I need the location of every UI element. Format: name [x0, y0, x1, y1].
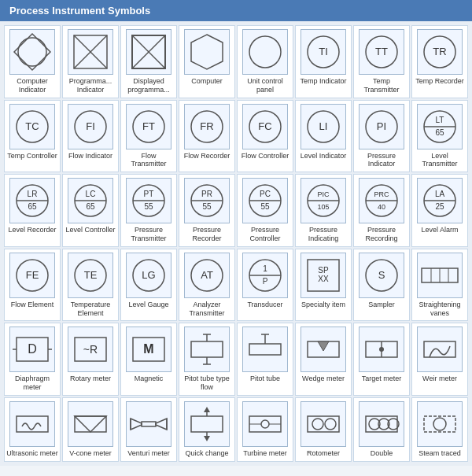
svg-text:AT: AT	[201, 269, 213, 281]
svg-text:PC: PC	[260, 190, 271, 198]
symbol-level-indicator: LI Level Indicator	[295, 100, 352, 173]
symbol-rotary-meter: ~R Rotary meter	[62, 323, 119, 396]
svg-text:LC: LC	[86, 190, 96, 198]
symbol-flow-element: FE Flow Element	[4, 249, 61, 322]
svg-text:LR: LR	[28, 190, 38, 198]
symbol-pressure-transmitter: PT 55 Pressure Transmitter	[120, 174, 177, 247]
svg-text:M: M	[143, 342, 153, 356]
svg-text:FT: FT	[142, 120, 155, 132]
svg-text:105: 105	[317, 203, 329, 211]
symbol-level-recorder: LR 65 Level Recorder	[4, 174, 61, 247]
svg-text:S: S	[378, 269, 385, 281]
svg-point-108	[379, 347, 384, 352]
svg-point-133	[433, 418, 446, 430]
svg-text:XX: XX	[318, 275, 329, 283]
svg-rect-109	[424, 341, 455, 357]
symbol-level-alarm: LA 25 Level Alarm	[411, 174, 468, 247]
symbol-unit-control-panel: Unit control panel	[237, 25, 293, 98]
svg-text:65: 65	[28, 202, 37, 211]
svg-text:SP: SP	[318, 266, 329, 275]
svg-text:PRC: PRC	[374, 190, 389, 198]
svg-rect-132	[424, 416, 455, 432]
symbol-weir-meter: Weir meter	[411, 323, 468, 396]
svg-point-10	[249, 36, 281, 68]
svg-marker-9	[191, 35, 223, 69]
symbol-double: Double	[353, 397, 410, 462]
symbol-temp-recorder: TR Temp Recorder	[411, 25, 468, 98]
svg-text:LG: LG	[142, 269, 155, 281]
symbol-sampler: S Sampler	[353, 249, 410, 322]
svg-text:25: 25	[435, 202, 444, 211]
symbol-v-cone-meter: V-cone meter	[62, 397, 119, 462]
symbol-transducer: 1 P Transducer	[237, 249, 293, 322]
svg-text:LI: LI	[319, 120, 328, 132]
svg-text:TR: TR	[433, 46, 446, 57]
svg-text:1: 1	[263, 264, 267, 273]
svg-marker-0	[14, 34, 50, 70]
svg-point-127	[325, 419, 336, 430]
symbol-computer: Computer	[179, 25, 235, 98]
svg-text:PI: PI	[377, 120, 386, 132]
svg-text:40: 40	[378, 203, 385, 211]
symbol-displayed-programmable: Displayed programma...	[120, 25, 177, 98]
svg-text:55: 55	[144, 202, 153, 211]
svg-marker-105	[318, 341, 329, 351]
svg-text:PIC: PIC	[317, 190, 330, 198]
symbol-diaphragm-meter: D Diaphragm meter	[4, 323, 61, 396]
symbol-pressure-recorder: PR 55 Pressure Recorder	[179, 174, 235, 247]
svg-rect-96	[191, 341, 223, 357]
symbol-temp-transmitter: TT Temp Transmitter	[353, 25, 410, 98]
symbol-temperature-element: TE Temperature Element	[62, 249, 119, 322]
symbol-straightening-vanes: Straightening vanes	[411, 249, 468, 322]
symbol-level-controller: LC 65 Level Controller	[62, 174, 119, 247]
svg-text:TI: TI	[319, 46, 328, 57]
svg-rect-115	[142, 422, 156, 426]
symbol-flow-recorder: FR Flow Recorder	[179, 100, 235, 173]
svg-text:65: 65	[86, 202, 95, 211]
symbol-pressure-indicating: PIC 105 Pressure Indicating	[295, 174, 352, 247]
svg-text:LT: LT	[436, 116, 444, 124]
svg-marker-118	[204, 407, 210, 412]
svg-marker-112	[75, 416, 106, 432]
svg-rect-101	[249, 344, 281, 355]
symbol-level-transmitter: LT 65 Level Transmitter	[411, 100, 468, 173]
symbol-flow-controller: FC Flow Controller	[237, 100, 293, 173]
svg-text:FI: FI	[86, 120, 95, 132]
svg-text:FR: FR	[200, 120, 213, 132]
symbol-rotometer: Rotometer	[295, 397, 352, 462]
symbol-quick-change: Quick change	[179, 397, 235, 462]
svg-text:65: 65	[435, 128, 444, 137]
svg-text:~R: ~R	[83, 343, 98, 356]
svg-text:TE: TE	[84, 269, 98, 281]
svg-text:FE: FE	[26, 269, 39, 281]
symbol-analyzer-transmitter: AT Analyzer Transmitter	[179, 249, 235, 322]
svg-marker-120	[204, 436, 210, 441]
svg-rect-111	[75, 416, 106, 432]
symbol-programmable-indicator: Programma... Indicator	[62, 25, 119, 98]
svg-text:TT: TT	[375, 46, 388, 57]
symbol-magnetic: M Magnetic	[120, 323, 177, 396]
svg-text:PR: PR	[201, 190, 212, 198]
symbol-steam-traced: Steam traced	[411, 397, 468, 462]
symbol-temp-controller: TC Temp Controller	[4, 100, 61, 173]
symbol-computer-indicator: Computer Indicator	[4, 25, 61, 98]
svg-point-1	[18, 38, 46, 66]
symbol-target-meter: Target meter	[353, 323, 410, 396]
svg-text:TC: TC	[25, 120, 39, 132]
svg-text:P: P	[263, 277, 268, 286]
symbol-level-gauge: LG Level Gauge	[120, 249, 177, 322]
symbols-grid: Computer Indicator Programma... Indicato…	[0, 21, 472, 466]
svg-rect-116	[191, 416, 223, 432]
symbol-specialty-item: SP XX Specialty item	[295, 249, 352, 322]
header: Process Instrument Symbols	[0, 0, 472, 21]
symbol-turbine-meter: Turbine meter	[237, 397, 293, 462]
header-title: Process Instrument Symbols	[9, 5, 150, 17]
svg-text:PT: PT	[144, 190, 154, 198]
symbol-pressure-indicator: PI Pressure Indicator	[353, 100, 410, 173]
svg-point-126	[312, 419, 323, 430]
svg-point-122	[261, 420, 269, 428]
symbol-pressure-recording: PRC 40 Pressure Recording	[353, 174, 410, 247]
symbol-ultrasonic-meter: Ultrasonic meter	[4, 397, 61, 462]
svg-text:D: D	[28, 342, 37, 356]
symbol-pitot-tube-flow: Pitot tube type flow	[179, 323, 235, 396]
